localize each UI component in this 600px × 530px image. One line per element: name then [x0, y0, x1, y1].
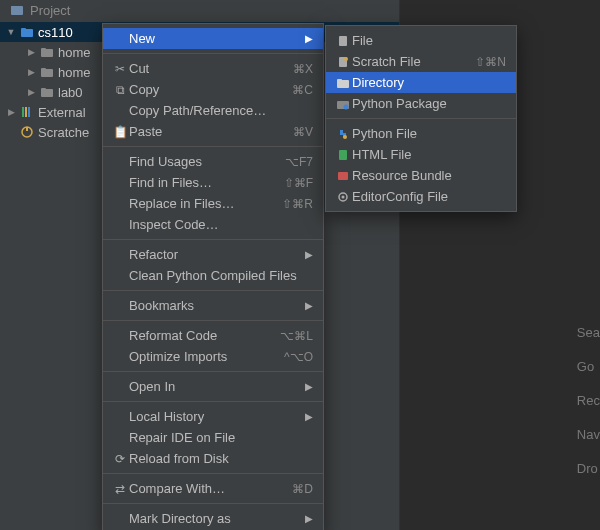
- menu-label: Paste: [129, 124, 293, 139]
- menu-bookmarks[interactable]: Bookmarks ▶: [103, 295, 323, 316]
- menu-local-history[interactable]: Local History ▶: [103, 406, 323, 427]
- menu-shortcut: ⌘X: [293, 62, 313, 76]
- hint-drop: Dro: [577, 452, 600, 486]
- svg-rect-15: [339, 36, 347, 46]
- menu-label: Replace in Files…: [129, 196, 282, 211]
- menu-separator: [103, 401, 323, 402]
- project-icon: [10, 3, 24, 17]
- menu-paste[interactable]: 📋 Paste ⌘V: [103, 121, 323, 142]
- tree-label: home: [58, 45, 91, 60]
- svg-rect-1: [11, 6, 16, 9]
- menu-label: Refactor: [129, 247, 303, 262]
- chevron-right-icon: ▶: [26, 47, 36, 57]
- menu-copy-path[interactable]: Copy Path/Reference…: [103, 100, 323, 121]
- menu-label: EditorConfig File: [352, 189, 506, 204]
- chevron-right-icon: ▶: [303, 411, 313, 422]
- menu-open-in[interactable]: Open In ▶: [103, 376, 323, 397]
- project-label: Project: [30, 3, 70, 18]
- menu-label: Copy Path/Reference…: [129, 103, 313, 118]
- menu-label: Bookmarks: [129, 298, 303, 313]
- menu-label: Scratch File: [352, 54, 475, 69]
- tree-label: home: [58, 65, 91, 80]
- menu-clean-compiled[interactable]: Clean Python Compiled Files: [103, 265, 323, 286]
- menu-inspect-code[interactable]: Inspect Code…: [103, 214, 323, 235]
- menu-optimize-imports[interactable]: Optimize Imports ^⌥O: [103, 346, 323, 367]
- svg-rect-19: [337, 79, 342, 82]
- menu-reload-from-disk[interactable]: ⟳ Reload from Disk: [103, 448, 323, 469]
- submenu-resource-bundle[interactable]: Resource Bundle: [326, 165, 516, 186]
- menu-repair-ide[interactable]: Repair IDE on File: [103, 427, 323, 448]
- svg-point-17: [344, 57, 348, 61]
- submenu-python-file[interactable]: Python File: [326, 123, 516, 144]
- reload-icon: ⟳: [111, 452, 129, 466]
- menu-shortcut: ⌘C: [292, 83, 313, 97]
- menu-new[interactable]: New ▶: [103, 28, 323, 49]
- svg-rect-14: [26, 127, 28, 131]
- submenu-python-package[interactable]: Python Package: [326, 93, 516, 114]
- menu-replace-in-files[interactable]: Replace in Files… ⇧⌘R: [103, 193, 323, 214]
- context-menu: New ▶ ✂ Cut ⌘X ⧉ Copy ⌘C Copy Path/Refer…: [102, 23, 324, 530]
- chevron-right-icon: ▶: [303, 33, 313, 44]
- editor-hints: Sea Go Rec Nav Dro: [577, 316, 600, 486]
- menu-find-in-files[interactable]: Find in Files… ⇧⌘F: [103, 172, 323, 193]
- submenu-html-file[interactable]: HTML File: [326, 144, 516, 165]
- menu-label: Open In: [129, 379, 303, 394]
- submenu-new: File Scratch File ⇧⌘N Directory Python P…: [325, 25, 517, 212]
- menu-label: Clean Python Compiled Files: [129, 268, 313, 283]
- submenu-directory[interactable]: Directory: [326, 72, 516, 93]
- chevron-right-icon: ▶: [26, 67, 36, 77]
- menu-shortcut: ⇧⌘N: [475, 55, 506, 69]
- chevron-right-icon: ▶: [303, 381, 313, 392]
- chevron-right-icon: ▶: [303, 249, 313, 260]
- menu-shortcut: ⌥⌘L: [280, 329, 313, 343]
- compare-icon: ⇄: [111, 482, 129, 496]
- menu-label: New: [129, 31, 303, 46]
- menu-cut[interactable]: ✂ Cut ⌘X: [103, 58, 323, 79]
- menu-label: Reload from Disk: [129, 451, 313, 466]
- chevron-right-icon: ▶: [303, 513, 313, 524]
- clipboard-icon: 📋: [111, 125, 129, 139]
- python-file-icon: [334, 127, 352, 141]
- menu-label: Python Package: [352, 96, 506, 111]
- menu-label: Find in Files…: [129, 175, 284, 190]
- menu-separator: [326, 118, 516, 119]
- menu-separator: [103, 503, 323, 504]
- menu-label: Copy: [129, 82, 292, 97]
- svg-point-26: [342, 195, 345, 198]
- hint-recent: Rec: [577, 384, 600, 418]
- svg-rect-11: [25, 107, 27, 117]
- svg-rect-10: [22, 107, 24, 117]
- menu-refactor[interactable]: Refactor ▶: [103, 244, 323, 265]
- folder-icon: [40, 65, 54, 79]
- chevron-right-icon: ▶: [6, 107, 16, 117]
- editorconfig-icon: [334, 190, 352, 204]
- menu-separator: [103, 239, 323, 240]
- menu-label: Local History: [129, 409, 303, 424]
- hint-search: Sea: [577, 316, 600, 350]
- tree-label: External: [38, 105, 86, 120]
- tree-label: cs110: [38, 25, 73, 40]
- scissors-icon: ✂: [111, 62, 129, 76]
- menu-separator: [103, 290, 323, 291]
- tree-label: lab0: [58, 85, 83, 100]
- menu-mark-directory-as[interactable]: Mark Directory as ▶: [103, 508, 323, 529]
- submenu-editorconfig[interactable]: EditorConfig File: [326, 186, 516, 207]
- menu-find-usages[interactable]: Find Usages ⌥F7: [103, 151, 323, 172]
- hint-goto: Go: [577, 350, 600, 384]
- menu-reformat-code[interactable]: Reformat Code ⌥⌘L: [103, 325, 323, 346]
- file-icon: [334, 34, 352, 48]
- menu-label: HTML File: [352, 147, 506, 162]
- hint-nav: Nav: [577, 418, 600, 452]
- menu-shortcut: ⇧⌘R: [282, 197, 313, 211]
- submenu-scratch-file[interactable]: Scratch File ⇧⌘N: [326, 51, 516, 72]
- python-package-icon: [334, 97, 352, 111]
- menu-label: Cut: [129, 61, 293, 76]
- menu-copy[interactable]: ⧉ Copy ⌘C: [103, 79, 323, 100]
- menu-compare-with[interactable]: ⇄ Compare With… ⌘D: [103, 478, 323, 499]
- submenu-file[interactable]: File: [326, 30, 516, 51]
- svg-rect-3: [21, 28, 26, 31]
- menu-shortcut: ⌘D: [292, 482, 313, 496]
- menu-shortcut: ⌘V: [293, 125, 313, 139]
- menu-label: Reformat Code: [129, 328, 280, 343]
- resource-bundle-icon: [334, 169, 352, 183]
